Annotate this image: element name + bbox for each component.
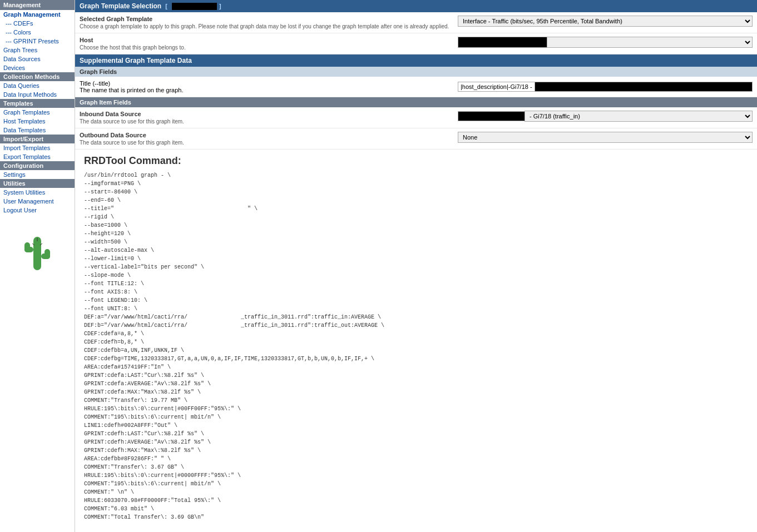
outbound-ds-row: Outbound Data Source The data source to … (75, 128, 757, 150)
selected-template-input-wrapper: Interface - Traffic (bits/sec, 95th Perc… (458, 16, 753, 27)
title-input-right: |host_description|-Gi7/18 - (458, 82, 753, 92)
sidebar-item-cdefs[interactable]: --- CDEFs (0, 19, 75, 28)
graph-fields-label: Graph Fields (80, 68, 117, 75)
sidebar-item-user-management[interactable]: User Management (0, 197, 75, 206)
title-field-row: Title (--title) The name that is printed… (75, 77, 757, 97)
inbound-select-container: - Gi7/18 (traffic_in) (458, 111, 753, 122)
host-row: Host Choose the host that this graph bel… (75, 33, 757, 54)
sidebar-item-colors[interactable]: --- Colors (0, 28, 75, 37)
sidebar: Management Graph Management --- CDEFs --… (0, 0, 75, 532)
graph-item-fields-label: Graph Item Fields (80, 99, 131, 106)
sidebar-item-graph-templates[interactable]: Graph Templates (0, 108, 75, 117)
graph-fields-header: Graph Fields (75, 67, 757, 77)
sidebar-item-data-templates[interactable]: Data Templates (0, 126, 75, 135)
sidebar-templates-header: Templates (0, 99, 75, 108)
sidebar-item-gprint[interactable]: --- GPRINT Presets (0, 37, 75, 46)
host-black-box (458, 37, 547, 48)
edit-link[interactable]: edit: (172, 3, 217, 10)
sidebar-item-devices[interactable]: Devices (0, 63, 75, 72)
supplemental-title: Supplemental Graph Template Data (80, 57, 192, 64)
inbound-ds-desc: The data source to use for this graph it… (80, 118, 452, 125)
rrdtool-section: RRDTool Command: /usr/bin/rrdtool graph … (75, 150, 757, 532)
inbound-black-prefix (458, 111, 525, 121)
svg-rect-0 (33, 237, 41, 270)
sidebar-item-data-sources[interactable]: Data Sources (0, 54, 75, 63)
cactus-logo (0, 215, 75, 292)
sidebar-item-host-templates[interactable]: Host Templates (0, 117, 75, 126)
sidebar-item-system-utilities[interactable]: System Utilities (0, 188, 75, 197)
outbound-ds-title: Outbound Data Source (80, 132, 452, 138)
host-select-container (458, 37, 753, 48)
selected-graph-template-row: Selected Graph Template Choose a graph t… (75, 12, 757, 33)
title-field-title: Title (--title) (80, 80, 458, 87)
selected-template-select[interactable]: Interface - Traffic (bits/sec, 95th Perc… (458, 16, 753, 27)
sidebar-item-logout[interactable]: Logout User (0, 206, 75, 215)
host-select[interactable] (547, 37, 753, 48)
inbound-ds-row: Inbound Data Source The data source to u… (75, 107, 757, 128)
supplemental-header: Supplemental Graph Template Data (75, 54, 757, 67)
rrdtool-code: /usr/bin/rrdtool graph - \ --imgformat=P… (84, 171, 748, 521)
inbound-ds-label: Inbound Data Source The data source to u… (80, 111, 458, 125)
sidebar-item-settings[interactable]: Settings (0, 170, 75, 179)
edit-bracket-open: [ (164, 3, 167, 9)
inbound-ds-input-wrapper: - Gi7/18 (traffic_in) (458, 111, 753, 122)
inbound-ds-title: Inbound Data Source (80, 111, 452, 117)
sidebar-collection-methods-header: Collection Methods (0, 72, 75, 81)
sidebar-item-export-templates[interactable]: Export Templates (0, 152, 75, 161)
title-field-label: Title (--title) The name that is printed… (80, 80, 458, 93)
graph-item-fields-header: Graph Item Fields (75, 97, 757, 107)
graph-template-selection-title: Graph Template Selection (80, 2, 161, 10)
rrdtool-command-heading: RRDTool Command: (84, 155, 748, 167)
host-input-wrapper (458, 37, 753, 48)
host-label: Host Choose the host that this graph bel… (80, 37, 458, 51)
sidebar-configuration-header: Configuration (0, 161, 75, 170)
host-title: Host (80, 37, 452, 43)
sidebar-item-data-queries[interactable]: Data Queries (0, 81, 75, 90)
sidebar-management-header: Management (0, 0, 75, 10)
title-input[interactable] (535, 82, 753, 92)
outbound-ds-desc: The data source to use for this graph it… (80, 140, 452, 146)
sidebar-utilities-header: Utilities (0, 179, 75, 188)
selected-template-title: Selected Graph Template (80, 16, 452, 22)
title-field-desc: The name that is printed on the graph. (80, 87, 458, 93)
selected-template-label: Selected Graph Template Choose a graph t… (80, 16, 458, 29)
main-content: Graph Template Selection [ edit: ] Selec… (75, 0, 757, 532)
graph-template-selection-header: Graph Template Selection [ edit: ] (75, 0, 757, 12)
title-prefix: |host_description|-Gi7/18 - (458, 82, 535, 92)
outbound-ds-input-wrapper: None (458, 132, 753, 143)
sidebar-item-data-input-methods[interactable]: Data Input Methods (0, 90, 75, 99)
selected-template-desc: Choose a graph template to apply to this… (80, 23, 452, 29)
outbound-ds-label: Outbound Data Source The data source to … (80, 132, 458, 146)
sidebar-item-graph-management[interactable]: Graph Management (0, 10, 75, 19)
svg-rect-2 (24, 242, 30, 252)
inbound-ds-select[interactable]: - Gi7/18 (traffic_in) (525, 111, 753, 122)
sidebar-item-graph-trees[interactable]: Graph Trees (0, 46, 75, 54)
edit-bracket-close: ] (219, 3, 221, 9)
svg-rect-4 (44, 249, 50, 259)
outbound-ds-select[interactable]: None (458, 132, 753, 143)
sidebar-item-import-templates[interactable]: Import Templates (0, 143, 75, 152)
sidebar-import-export-header: Import/Export (0, 135, 75, 143)
host-desc: Choose the host that this graph belongs … (80, 44, 452, 51)
